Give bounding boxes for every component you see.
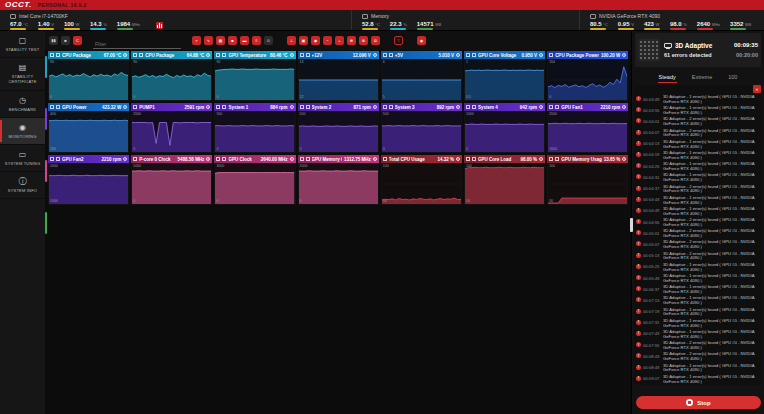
chart-tile[interactable]: GPU Memory Clock1312.75 MHzi10000 <box>298 155 379 205</box>
record-button[interactable]: ◉ <box>417 36 426 45</box>
chart-tile[interactable]: GPU Core Load98.00 %i10050 <box>464 155 545 205</box>
error-log-row[interactable]: !00:08:433D Adaptive - 2 error(s) found … <box>634 351 762 362</box>
voltage-filter-button[interactable]: ▣ <box>299 36 308 45</box>
solid-view-button[interactable]: ■ <box>228 36 237 45</box>
chart-tile[interactable]: PUMP12591 rpmi20000 <box>131 103 212 153</box>
tab-extreme[interactable]: Extreme <box>691 72 713 82</box>
chart-tile[interactable]: CPU Package64.88 °Ci900 <box>131 51 212 101</box>
sensor-group-marker[interactable] <box>45 212 47 234</box>
info-icon[interactable]: i <box>622 53 626 57</box>
chart-tile[interactable]: P-core 0 Clock5488.58 MHzi50000 <box>131 155 212 205</box>
info-icon[interactable]: i <box>456 53 460 57</box>
error-log-row[interactable]: !00:08:493D Adaptive - 1 error(s) found … <box>634 363 762 374</box>
info-icon[interactable]: i <box>206 105 210 109</box>
info-icon[interactable]: i <box>622 105 626 109</box>
chart-tile[interactable]: System 3892 rpmi5000 <box>381 103 462 153</box>
chart-tile[interactable]: CPU Package67.00 °Ci900 <box>48 51 129 101</box>
chart-tile[interactable]: GPU Fan12210 rpmi20001000 <box>547 103 628 153</box>
splitter-handle[interactable] <box>630 218 633 232</box>
temperature-filter-button[interactable]: ⊥ <box>287 36 296 45</box>
chart-tile[interactable]: GPU Power423.32 Wi400200 <box>48 103 129 153</box>
error-log-row[interactable]: !00:04:373D Adaptive - 2 error(s) found … <box>634 184 762 195</box>
info-icon[interactable]: i <box>123 157 127 161</box>
sidebar-item-system-tuning[interactable]: ▭SYSTEM TUNING <box>0 145 45 172</box>
error-log-row[interactable]: !00:04:253D Adaptive - 1 error(s) found … <box>634 161 762 172</box>
chart-tile[interactable]: System 1884 rpmi5000 <box>214 103 295 153</box>
chart-tile[interactable]: System 4942 rpmi10000 <box>464 103 545 153</box>
fan-filter-button[interactable]: ⊕ <box>347 36 356 45</box>
sensor-group-marker[interactable] <box>45 160 47 182</box>
chart-tile[interactable]: CPU Package Power100.20 Wi1500 <box>547 51 628 101</box>
clear-log-button[interactable]: ✕ <box>753 85 761 93</box>
info-icon[interactable]: i <box>206 53 210 57</box>
info-icon[interactable]: i <box>539 53 543 57</box>
collapse-button[interactable]: − <box>323 36 332 45</box>
chart-tile[interactable]: GPU Temperature80.46 °Ci900 <box>214 51 295 101</box>
error-log[interactable]: ✕ !00:03:493D Adaptive - 1 error(s) foun… <box>634 85 762 385</box>
filter-funnel-button[interactable]: ▽ <box>394 36 403 45</box>
error-log-row[interactable]: !00:04:313D Adaptive - 1 error(s) found … <box>634 172 762 183</box>
error-log-row[interactable]: !00:07:133D Adaptive - 1 error(s) found … <box>634 295 762 306</box>
expand-button[interactable]: + <box>335 36 344 45</box>
tab-100[interactable]: 100 <box>727 72 738 82</box>
chart-tile[interactable]: +12V12.096 Vi1312 <box>298 51 379 101</box>
error-log-row[interactable]: !00:04:493D Adaptive - 1 error(s) found … <box>634 206 762 217</box>
error-log-row[interactable]: !00:05:253D Adaptive - 1 error(s) found … <box>634 262 762 273</box>
chart-tile[interactable]: GPU Fan22210 rpmi20001000 <box>48 155 129 205</box>
power-filter-button[interactable]: ◆ <box>311 36 320 45</box>
error-log-row[interactable]: !00:07:553D Adaptive - 2 error(s) found … <box>634 340 762 351</box>
chart-tile[interactable]: System 2871 rpmi5000 <box>298 103 379 153</box>
sensor-group-marker[interactable] <box>45 108 47 130</box>
remove-sensor-button[interactable]: × <box>192 36 201 45</box>
stop-recording-button[interactable]: ■ <box>61 36 70 45</box>
info-icon[interactable]: i <box>539 105 543 109</box>
error-log-row[interactable]: !00:06:373D Adaptive - 1 error(s) found … <box>634 284 762 295</box>
clear-graphs-button[interactable]: C <box>73 36 82 45</box>
list-view-button[interactable]: ≡ <box>252 36 261 45</box>
chart-tile[interactable]: GPU Memory Usage13.65 %i10050 <box>547 155 628 205</box>
info-icon[interactable]: i <box>290 53 294 57</box>
chart-tile[interactable]: GPU Clock2640.00 MHzi30000 <box>214 155 295 205</box>
error-log-row[interactable]: !00:09:073D Adaptive - 1 error(s) found … <box>634 374 762 385</box>
info-icon[interactable]: i <box>290 157 294 161</box>
sidebar-item-monitoring[interactable]: ◉MONITORING <box>0 118 45 145</box>
dot-view-button[interactable]: ⊙ <box>264 36 273 45</box>
error-log-row[interactable]: !00:04:073D Adaptive - 2 error(s) found … <box>634 128 762 139</box>
wave-view-button[interactable]: ∿ <box>204 36 213 45</box>
error-log-row[interactable]: !00:04:133D Adaptive - 1 error(s) found … <box>634 139 762 150</box>
info-icon[interactable]: i <box>373 105 377 109</box>
error-log-row[interactable]: !00:07:193D Adaptive - 1 error(s) found … <box>634 307 762 318</box>
chart-tile[interactable]: Total CPU Usage14.32 %i10050 <box>381 155 462 205</box>
info-icon[interactable]: i <box>206 157 210 161</box>
sidebar-item-stability-test[interactable]: ▢STABILITY TEST <box>0 31 45 58</box>
info-icon[interactable]: i <box>290 105 294 109</box>
bars-view-button[interactable]: ▬ <box>240 36 249 45</box>
grid-view-button[interactable]: ▦ <box>216 36 225 45</box>
sensor-group-marker[interactable] <box>45 56 47 78</box>
sidebar-item-system-info[interactable]: ⓘSYSTEM INFO <box>0 172 45 199</box>
error-log-row[interactable]: !00:05:013D Adaptive - 2 error(s) found … <box>634 228 762 239</box>
error-log-row[interactable]: !00:04:193D Adaptive - 1 error(s) found … <box>634 150 762 161</box>
cpu-graph-icon[interactable] <box>156 22 163 29</box>
clock-filter-button[interactable]: ⊗ <box>359 36 368 45</box>
info-icon[interactable]: i <box>539 157 543 161</box>
error-log-row[interactable]: !00:03:553D Adaptive - 1 error(s) found … <box>634 105 762 116</box>
error-log-row[interactable]: !00:05:493D Adaptive - 1 error(s) found … <box>634 273 762 284</box>
sidebar-item-benchmark[interactable]: ◷BENCHMARK <box>0 91 45 118</box>
info-icon[interactable]: i <box>123 53 127 57</box>
error-log-row[interactable]: !00:07:313D Adaptive - 1 error(s) found … <box>634 318 762 329</box>
error-log-row[interactable]: !00:04:553D Adaptive - 2 error(s) found … <box>634 217 762 228</box>
error-log-row[interactable]: !00:05:073D Adaptive - 2 error(s) found … <box>634 239 762 250</box>
info-icon[interactable]: i <box>123 105 127 109</box>
stop-button[interactable]: Stop <box>636 396 761 409</box>
chart-tile[interactable]: GPU Core Voltage0.950 Vi10.5 <box>464 51 545 101</box>
error-log-row[interactable]: !00:05:133D Adaptive - 2 error(s) found … <box>634 251 762 262</box>
info-icon[interactable]: i <box>456 157 460 161</box>
error-log-row[interactable]: !00:04:433D Adaptive - 1 error(s) found … <box>634 195 762 206</box>
error-log-row[interactable]: !00:07:433D Adaptive - 1 error(s) found … <box>634 329 762 340</box>
sidebar-item-stability-certificate[interactable]: ▤STABILITY CERTIFICATE <box>0 58 45 90</box>
info-icon[interactable]: i <box>373 157 377 161</box>
info-icon[interactable]: i <box>373 53 377 57</box>
tab-steady[interactable]: Steady <box>658 72 677 83</box>
pause-button[interactable]: ▮▮ <box>49 36 58 45</box>
